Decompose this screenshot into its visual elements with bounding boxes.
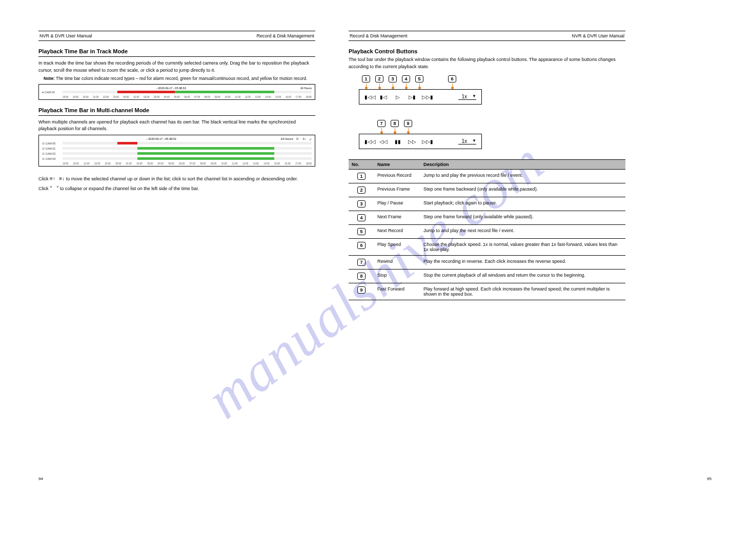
ffwd-icon[interactable]: ▷▷ <box>408 139 417 144</box>
tl2-ticks: 19:0020:0021:0022:0023:0000:0001:0002:00… <box>42 162 312 165</box>
skip-back-icon[interactable]: ▮◁◁ <box>364 139 374 144</box>
timeline-multi: ‹ 2020-06-17 › 05:38:32 24 Hours ≡↑ ≡↓ ⤢… <box>38 135 315 167</box>
next-frame-icon[interactable]: ▷▮ <box>408 94 417 100</box>
hdr-right-title: NVR & DVR User Manual <box>572 33 624 38</box>
table-row: 9 Fast Forward Play forward at high spee… <box>349 283 625 300</box>
row-desc: Jump to and play the previous record fil… <box>420 170 625 183</box>
sort-pre: Click <box>38 176 50 181</box>
callout-5: 5 <box>415 75 423 82</box>
row-name: Play Speed <box>374 239 420 256</box>
skip-back-icon[interactable]: ▮◁◁ <box>364 94 374 100</box>
chev-pre: Click <box>38 186 50 191</box>
table-row: 8 Stop Stop the current playback of all … <box>349 269 625 283</box>
callout-8: 8 <box>391 120 399 127</box>
callout-table: No. Name Description 1 Previous Record J… <box>349 159 625 300</box>
row-desc: Start playback; click again to pause. <box>420 197 625 211</box>
row-name: Stop <box>374 269 420 283</box>
chev-post: to collapse or expand the channel list o… <box>60 186 199 191</box>
row-desc: Jump to and play the next record file / … <box>420 225 625 239</box>
row-desc: Step one frame forward (only available w… <box>420 211 625 225</box>
skip-fwd-icon[interactable]: ▷▷▮ <box>422 94 431 100</box>
stop-icon[interactable]: ▮▮ <box>393 139 402 144</box>
sort-up-icon[interactable]: ≡↑ <box>50 176 55 181</box>
row-num: 8 <box>357 273 366 280</box>
row-num: 6 <box>357 242 366 249</box>
playback-bar-playing: 789 ▮◁◁ ◁◁ ▮▮ ▷▷ ▷▷▮ 1x <box>359 120 625 149</box>
callout-2: 2 <box>375 75 383 82</box>
chevron-down-icon[interactable]: ˅ <box>56 185 59 191</box>
tl1-cam: ● CAM 02 <box>42 91 60 94</box>
row-name: Next Frame <box>374 211 420 225</box>
heading-multi: Playback Time Bar in Multi-channel Mode <box>38 107 315 113</box>
speed-select[interactable]: 1x <box>458 94 476 100</box>
expand-icon[interactable]: ⤢ <box>309 137 312 141</box>
skip-fwd-icon[interactable]: ▷▷▮ <box>422 139 431 144</box>
hdr-left-title: NVR & DVR User Manual <box>39 33 92 38</box>
rewind-icon[interactable]: ◁◁ <box>379 139 388 144</box>
sort-mid: to move the selected channel up or down … <box>66 176 183 181</box>
sort-up-icon[interactable]: ≡↑ <box>296 137 300 141</box>
row-num: 5 <box>357 228 366 235</box>
play-icon[interactable]: ▷ <box>393 94 402 100</box>
callout-1: 1 <box>362 75 370 82</box>
row-desc: Play the recording in reverse. Each clic… <box>420 256 625 269</box>
row-name: Rewind <box>374 256 420 269</box>
callout-7: 7 <box>377 120 386 127</box>
table-row: 6 Play Speed Choose the playback speed. … <box>349 239 625 256</box>
th-name: Name <box>374 160 420 170</box>
row-name: Previous Record <box>374 170 420 183</box>
row-desc: Play forward at high speed. Each click i… <box>420 283 625 300</box>
heading-track: Playback Time Bar in Track Mode <box>38 48 315 54</box>
callout-6: 6 <box>448 75 456 82</box>
callout-9: 9 <box>404 120 412 127</box>
hdr-left-section: Record & Disk Management <box>256 33 314 38</box>
sort-post: to sort the channel list in ascending or… <box>183 176 298 181</box>
track-text: In track mode the time bar shows the rec… <box>38 60 315 74</box>
row-num: 2 <box>357 186 366 194</box>
th-desc: Description <box>420 160 625 170</box>
row-name: Fast Forward <box>374 283 420 300</box>
row-num: 9 <box>357 286 366 294</box>
callout-3: 3 <box>389 75 397 82</box>
sort-down-icon[interactable]: ≡↓ <box>302 137 306 141</box>
sort-down-icon[interactable]: ≡↓ <box>59 176 65 181</box>
th-no: No. <box>349 160 374 170</box>
page-left: NVR & DVR User Manual Record & Disk Mana… <box>38 31 315 195</box>
row-desc: Stop the current playback of all windows… <box>420 269 625 283</box>
note-text: The time bar colors indicate record type… <box>56 76 307 81</box>
footer-right: 95 <box>707 476 712 481</box>
footer: 94 95 <box>0 476 750 481</box>
buttons-intro: The tool bar under the playback window c… <box>349 56 625 70</box>
row-desc: Choose the playback speed. 1x is normal,… <box>420 239 625 256</box>
footer-left: 94 <box>38 476 43 481</box>
table-row: 1 Previous Record Jump to and play the p… <box>349 170 625 183</box>
row-num: 3 <box>357 200 366 208</box>
hdr-right-section: Record & Disk Management <box>350 33 408 38</box>
table-row: 7 Rewind Play the recording in reverse. … <box>349 256 625 269</box>
callout-4: 4 <box>402 75 410 82</box>
table-row: 4 Next Frame Step one frame forward (onl… <box>349 211 625 225</box>
row-name: Next Record <box>374 225 420 239</box>
row-num: 7 <box>357 259 366 266</box>
table-row: 3 Play / Pause Start playback; click aga… <box>349 197 625 211</box>
tl1-ticks: 18:0019:0020:0021:0022:0023:0000:0001:00… <box>42 96 312 98</box>
row-desc: Step one frame backward (only available … <box>420 183 625 197</box>
page-right: Record & Disk Management NVR & DVR User … <box>349 31 625 300</box>
multi-text: When multiple channels are opened for pl… <box>38 119 315 133</box>
timeline-single: ‹ 2020-06-17 › 05:38:33 24 Hours ● CAM 0… <box>38 84 315 100</box>
table-row: 2 Previous Frame Step one frame backward… <box>349 183 625 197</box>
chevron-up-icon[interactable]: ˄ <box>50 185 52 191</box>
row-num: 4 <box>357 214 366 221</box>
row-name: Play / Pause <box>374 197 420 211</box>
prev-frame-icon[interactable]: ▮◁ <box>379 94 388 100</box>
note-label: Note: <box>44 76 55 81</box>
heading-buttons: Playback Control Buttons <box>349 48 625 54</box>
row-name: Previous Frame <box>374 183 420 197</box>
table-row: 5 Next Record Jump to and play the next … <box>349 225 625 239</box>
speed-select[interactable]: 1x <box>458 138 476 144</box>
row-num: 1 <box>357 173 366 180</box>
playback-bar-paused: 123456 ▮◁◁ ▮◁ ▷ ▷▮ ▷▷▮ 1x <box>359 75 625 105</box>
